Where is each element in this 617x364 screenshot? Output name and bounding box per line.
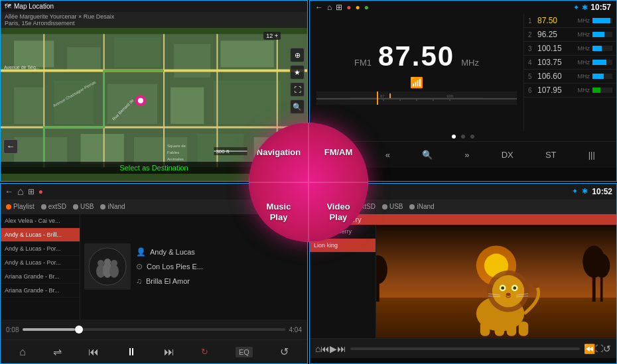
svg-rect-77 <box>480 322 490 336</box>
svg-rect-9 <box>171 88 204 124</box>
music-home-ctrl-btn[interactable]: ⌂ <box>19 346 26 358</box>
map-address-line2: Paris, 15e Arrondissement <box>5 20 303 27</box>
video-source-usb[interactable]: USB <box>382 203 403 210</box>
radio-band: FM1 <box>354 58 372 68</box>
radio-status: ✦ ✱ 10:57 <box>573 3 611 12</box>
video-source-inand[interactable]: iNand <box>409 203 434 210</box>
svg-rect-3 <box>114 37 161 67</box>
svg-point-53 <box>111 260 117 267</box>
map-back-btn[interactable]: ← <box>3 139 18 154</box>
music-playlist-item-1[interactable]: Alex Velea - Cai ve... <box>1 214 80 228</box>
video-home-ctrl-btn[interactable]: ⌂ <box>315 343 320 354</box>
radio-minimize-btn[interactable]: ● <box>356 3 360 12</box>
radio-main: FM1 87.50 MHz 📶 <box>310 14 616 132</box>
radio-seek-back-btn[interactable]: « <box>381 148 394 162</box>
video-next-btn[interactable]: ⏭ <box>337 343 346 354</box>
radio-dot-3 <box>470 135 474 139</box>
music-back-ctrl-btn[interactable]: ↺ <box>280 345 289 358</box>
music-progress-area: 0:08 4:04 <box>1 320 307 339</box>
video-progress-bar[interactable] <box>350 347 580 350</box>
music-playlist-item-3[interactable]: Andy & Lucas - Por... <box>1 242 80 256</box>
radio-time: 10:57 <box>590 3 611 12</box>
music-apps-btn[interactable]: ⊞ <box>28 187 34 196</box>
radio-close-btn[interactable]: ● <box>346 3 351 12</box>
music-shuffle-btn[interactable]: ⇌ <box>53 345 62 358</box>
map-controls: ⊕ ★ ⛶ 🔍 <box>290 48 305 114</box>
music-back-nav-btn[interactable]: ← <box>5 186 13 196</box>
video-play-btn[interactable]: ▶ <box>330 343 337 354</box>
video-return-btn[interactable]: ↺ <box>603 343 611 354</box>
radio-freq-display: FM1 87.50 MHz 📶 <box>310 14 523 132</box>
music-source-inand[interactable]: iNand <box>100 203 125 210</box>
svg-text:300 ft: 300 ft <box>216 149 230 154</box>
video-status-right: ✦ ✱ 10:52 <box>572 187 612 196</box>
svg-point-67 <box>492 275 524 307</box>
radio-st-btn[interactable]: ST <box>541 148 561 162</box>
video-fullscreen-btn[interactable]: ⛶ <box>595 344 603 353</box>
music-source-extsd[interactable]: extSD <box>41 203 66 210</box>
video-prev-btn[interactable]: ⏮ <box>320 343 330 354</box>
map-expand-btn[interactable]: ⛶ <box>290 82 305 97</box>
radio-preset-2[interactable]: 2 96.25 MHz <box>524 28 616 42</box>
radio-eq-btn[interactable]: ||| <box>584 148 599 162</box>
radio-preset-3[interactable]: 3 100.15 MHz <box>524 42 616 56</box>
svg-text:Fables: Fables <box>167 151 179 154</box>
map-address: Allée Marguerite Yourcenar × Rue Desaix … <box>1 12 307 28</box>
map-address-line1: Allée Marguerite Yourcenar × Rue Desaix <box>5 13 303 20</box>
music-prev-btn[interactable]: ⏮ <box>88 346 99 358</box>
music-playlist: Alex Velea - Cai ve... Andy & Lucas - Br… <box>1 214 80 320</box>
music-next-btn[interactable]: ⏭ <box>164 346 174 358</box>
music-play-pause-btn[interactable]: ⏸ <box>126 346 137 358</box>
radio-apps-btn[interactable]: ⊞ <box>336 3 342 12</box>
radio-dot-2 <box>461 135 465 139</box>
svg-point-52 <box>104 259 111 265</box>
map-icon: 🗺 <box>5 3 11 10</box>
video-player <box>376 225 616 339</box>
music-progress-bar[interactable] <box>23 328 285 331</box>
music-album-icon: ♫ <box>136 276 142 286</box>
music-playlist-item-4[interactable]: Andy & Lucas - Por... <box>1 256 80 270</box>
radio-topbar: ← ⌂ ⊞ ● ● ● ✦ ✱ 10:57 <box>310 1 616 14</box>
map-zoom-out-btn[interactable]: 🔍 <box>290 99 305 114</box>
music-close-btn[interactable]: ● <box>38 187 43 196</box>
music-playlist-item-6[interactable]: Ariana Grande - Br... <box>1 284 80 298</box>
svg-text:Square de: Square de <box>167 144 186 148</box>
svg-rect-4 <box>174 44 210 77</box>
center-menu: Navigation FM/AM Music Play Video Play <box>249 123 368 242</box>
radio-preset-4[interactable]: 4 103.75 MHz <box>524 56 616 70</box>
radio-search-btn[interactable]: 🔍 <box>418 148 437 162</box>
radio-preset-6[interactable]: 6 107.95 MHz <box>524 84 616 97</box>
svg-rect-12 <box>81 134 124 164</box>
video-time: 10:52 <box>592 187 612 196</box>
radio-preset-5[interactable]: 5 106.60 MHz <box>524 70 616 84</box>
map-zoom-indicator: 12 + <box>263 32 281 40</box>
music-eq-btn[interactable]: EQ <box>236 347 253 357</box>
radio-back-btn[interactable]: ← <box>315 3 323 12</box>
radio-dx-btn[interactable]: DX <box>498 148 517 162</box>
music-playlist-item-5[interactable]: Ariana Grande - Br... <box>1 270 80 284</box>
radio-seek-fwd-btn[interactable]: » <box>460 148 473 162</box>
radio-preset-1[interactable]: 1 87.50 MHz <box>524 14 616 28</box>
svg-point-71 <box>513 286 516 289</box>
music-loop-btn[interactable]: ↻ <box>201 347 208 357</box>
radio-signal-icon: 📶 <box>410 76 423 89</box>
music-playlist-item-2[interactable]: Andy & Lucas - Brill... <box>1 228 80 242</box>
radio-bt-icon: ✦ <box>573 3 579 12</box>
music-total-time: 4:04 <box>289 326 302 334</box>
radio-maximize-btn[interactable]: ● <box>364 3 369 12</box>
svg-rect-11 <box>14 137 67 164</box>
video-rewind-btn[interactable]: ⏪ <box>584 343 595 354</box>
radio-home-btn[interactable]: ⌂ <box>327 3 332 12</box>
map-layers-btn[interactable]: ⊕ <box>290 48 305 62</box>
music-home-btn[interactable]: ⌂ <box>17 186 24 198</box>
map-header: 🗺 Map Location <box>1 1 307 12</box>
svg-rect-78 <box>495 323 504 335</box>
map-star-btn[interactable]: ★ <box>290 65 305 80</box>
music-source-playlist[interactable]: Playlist <box>6 203 34 210</box>
svg-rect-2 <box>67 47 100 70</box>
svg-point-70 <box>501 286 504 289</box>
video-controls: ⌂ ⏮ ▶ ⏭ ⏪ ⛶ ↺ <box>310 338 616 358</box>
music-artist: Andy & Lucas <box>150 248 195 256</box>
music-source-usb[interactable]: USB <box>73 203 94 210</box>
svg-text:Avenue de Sèg...: Avenue de Sèg... <box>4 65 40 70</box>
